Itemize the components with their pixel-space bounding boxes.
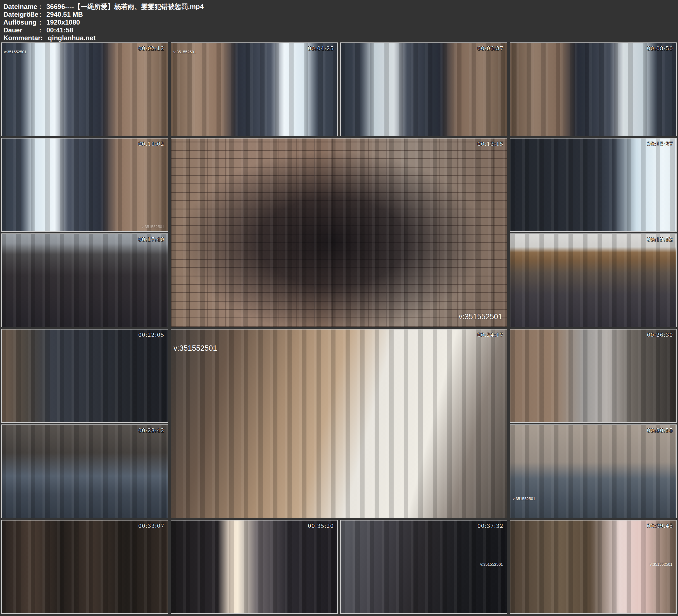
- timestamp-overlay: 00:26:30: [647, 332, 673, 338]
- resolution-row: Auflösung : 1920x1080: [3, 18, 675, 26]
- timestamp-overlay: 00:15:27: [647, 141, 673, 147]
- file-info-separator: :: [40, 34, 48, 42]
- thumbnail-placeholder-image: [341, 43, 507, 136]
- thumbnail-placeholder-image: [171, 139, 507, 327]
- video-thumbnail: 00:33:07: [1, 520, 168, 614]
- video-thumbnail: 00:04:25 v:351552501: [171, 42, 338, 136]
- timestamp-overlay: 00:19:52: [647, 236, 673, 242]
- timestamp-overlay: 00:06:37: [478, 45, 503, 51]
- timestamp-overlay: 00:13:15: [478, 141, 503, 147]
- file-info-header: Dateiname : 36696----【一绳所爱】杨若雨、雯雯犯错被惩罚.m…: [0, 0, 678, 42]
- timestamp-overlay: 00:30:55: [647, 427, 673, 433]
- watermark-text: v:351552501: [174, 344, 217, 353]
- thumbnail-placeholder-image: [511, 234, 676, 327]
- file-info-separator: :: [39, 26, 46, 34]
- file-info-separator: :: [39, 11, 46, 18]
- watermark-text: v:351552501: [142, 225, 164, 229]
- timestamp-overlay: 00:28:42: [138, 427, 164, 433]
- timestamp-overlay: 00:17:40: [138, 236, 164, 242]
- timestamp-overlay: 00:37:32: [478, 523, 503, 529]
- thumbnail-placeholder-image: [2, 43, 167, 136]
- video-thumbnail: 00:22:05: [1, 329, 168, 423]
- file-name-label: Dateiname: [3, 3, 39, 11]
- watermark-text: v:351552501: [513, 497, 535, 501]
- timestamp-overlay: 00:02:12: [138, 45, 164, 51]
- file-name-value: 36696----【一绳所爱】杨若雨、雯雯犯错被惩罚.mp4: [46, 3, 675, 11]
- resolution-label: Auflösung: [3, 18, 39, 26]
- file-size-value: 2940.51 MB: [46, 11, 675, 18]
- duration-label: Dauer: [3, 26, 39, 34]
- thumbnail-placeholder-image: [511, 425, 676, 518]
- video-thumbnail: 00:15:27: [510, 138, 677, 232]
- watermark-text: v:351552501: [174, 50, 196, 54]
- timestamp-overlay: 00:24:17: [478, 332, 503, 338]
- timestamp-overlay: 00:04:25: [308, 45, 334, 51]
- resolution-value: 1920x1080: [46, 18, 675, 26]
- watermark-text: v:351552501: [459, 312, 502, 321]
- comment-row: Kommentar : qinglanhua.net: [3, 34, 675, 42]
- video-thumbnail: 00:39:45 v:351552501: [510, 520, 677, 614]
- video-thumbnail: 00:35:20: [171, 520, 338, 614]
- file-info-separator: :: [39, 18, 46, 26]
- video-thumbnail: 00:02:12 v:351552501: [1, 42, 168, 136]
- video-thumbnail: 00:13:15 v:351552501: [171, 138, 507, 327]
- thumbnail-placeholder-image: [2, 330, 167, 422]
- file-size-label: Dateigröße: [3, 11, 39, 18]
- thumbnail-placeholder-image: [171, 43, 337, 136]
- thumbnail-placeholder-image: [511, 139, 676, 231]
- thumbnail-placeholder-image: [171, 521, 337, 613]
- timestamp-overlay: 00:35:20: [308, 523, 334, 529]
- timestamp-overlay: 00:22:05: [138, 332, 164, 338]
- contact-sheet: Dateiname : 36696----【一绳所爱】杨若雨、雯雯犯错被惩罚.m…: [0, 0, 678, 615]
- watermark-text: v:351552501: [4, 50, 27, 54]
- thumbnail-placeholder-image: [511, 521, 676, 613]
- timestamp-overlay: 00:08:50: [647, 45, 673, 51]
- video-thumbnail: 00:06:37: [340, 42, 507, 136]
- thumbnail-placeholder-image: [511, 43, 676, 136]
- thumbnail-placeholder-image: [171, 330, 507, 518]
- watermark-text: v:351552501: [650, 562, 672, 567]
- video-thumbnail: 00:08:50: [510, 42, 677, 136]
- video-thumbnail: 00:37:32 v:351552501: [340, 520, 507, 614]
- duration-row: Dauer : 00:41:58: [3, 26, 675, 34]
- thumbnail-placeholder-image: [2, 139, 167, 231]
- video-thumbnail: 00:28:42: [1, 424, 168, 518]
- thumbnail-placeholder-image: [2, 234, 167, 327]
- timestamp-overlay: 00:39:45: [647, 523, 673, 529]
- timestamp-overlay: 00:33:07: [138, 523, 164, 529]
- video-thumbnail: 00:26:30: [510, 329, 677, 423]
- comment-label: Kommentar: [3, 34, 40, 42]
- thumbnail-placeholder-image: [341, 521, 507, 613]
- video-thumbnail: 00:24:17 v:351552501: [171, 329, 507, 518]
- watermark-text: v:351552501: [480, 562, 503, 567]
- file-size-row: Dateigröße : 2940.51 MB: [3, 11, 675, 18]
- thumbnail-placeholder-image: [2, 425, 167, 518]
- duration-value: 00:41:58: [46, 26, 675, 34]
- file-info-separator: :: [39, 3, 46, 11]
- video-thumbnail: 00:17:40: [1, 233, 168, 327]
- timestamp-overlay: 00:11:02: [138, 141, 164, 147]
- video-thumbnail: 00:11:02 v:351552501: [1, 138, 168, 232]
- file-name-row: Dateiname : 36696----【一绳所爱】杨若雨、雯雯犯错被惩罚.m…: [3, 3, 675, 11]
- thumbnail-placeholder-image: [2, 521, 167, 613]
- video-thumbnail: 00:30:55 v:351552501: [510, 424, 677, 518]
- comment-value: qinglanhua.net: [48, 34, 675, 42]
- video-thumbnail: 00:19:52: [510, 233, 677, 327]
- thumbnail-placeholder-image: [511, 330, 676, 422]
- thumbnail-grid: 00:02:12 v:351552501 00:04:25 v:35155250…: [0, 42, 678, 615]
